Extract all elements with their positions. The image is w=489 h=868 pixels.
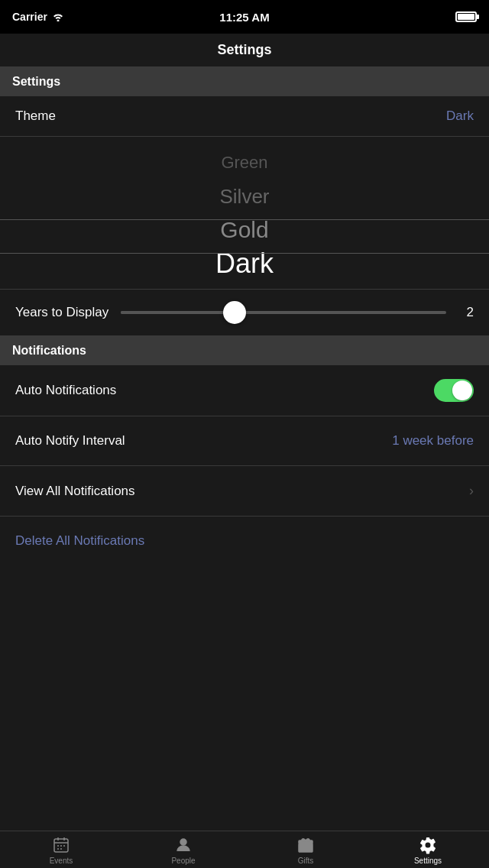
settings-tab-icon	[418, 835, 438, 855]
settings-section-header: Settings	[0, 67, 489, 96]
theme-value: Dark	[446, 108, 474, 124]
years-slider[interactable]	[121, 311, 446, 314]
auto-notify-interval-label: Auto Notify Interval	[15, 433, 125, 449]
picker-item-gold[interactable]: Gold	[220, 213, 268, 247]
delete-all-notifications-label: Delete All Notifications	[15, 533, 144, 548]
svg-point-9	[180, 839, 186, 845]
events-tab-icon	[51, 835, 71, 855]
picker-item-dark[interactable]: Dark	[215, 247, 274, 280]
years-label: Years to Display	[15, 305, 108, 320]
view-all-notifications-row[interactable]: View All Notifications ›	[0, 466, 489, 517]
years-value: 2	[458, 305, 474, 320]
auto-notifications-toggle[interactable]	[434, 379, 474, 402]
years-to-display-row: Years to Display 2	[0, 290, 489, 336]
gifts-tab-label: Gifts	[298, 857, 314, 865]
scroll-content: Settings Theme Dark Green Silver Gold Da…	[0, 67, 489, 831]
theme-row[interactable]: Theme Dark	[0, 96, 489, 137]
tab-people[interactable]: People	[122, 831, 244, 868]
wifi-icon	[52, 12, 64, 21]
slider-fill	[121, 311, 235, 314]
notifications-section-label: Notifications	[12, 344, 86, 358]
slider-thumb[interactable]	[223, 301, 246, 324]
status-bar: Carrier 11:25 AM	[0, 0, 489, 34]
notifications-section-header: Notifications	[0, 336, 489, 365]
chevron-right-icon: ›	[469, 483, 474, 499]
picker-separator-top	[0, 219, 489, 220]
auto-notifications-row: Auto Notifications	[0, 365, 489, 416]
tab-bar: Events People Gifts	[0, 831, 489, 868]
nav-title: Settings	[217, 42, 271, 58]
toggle-thumb	[452, 381, 472, 400]
nav-header: Settings	[0, 34, 489, 67]
settings-section-label: Settings	[12, 75, 60, 89]
delete-all-notifications-row[interactable]: Delete All Notifications	[0, 517, 489, 565]
auto-notify-interval-row[interactable]: Auto Notify Interval 1 week before	[0, 416, 489, 466]
settings-tab-label: Settings	[414, 857, 442, 865]
tab-settings[interactable]: Settings	[367, 831, 489, 868]
status-right	[455, 11, 477, 22]
auto-notifications-label: Auto Notifications	[15, 383, 116, 398]
people-tab-icon	[173, 835, 193, 855]
gifts-tab-icon	[296, 835, 316, 855]
carrier-label: Carrier	[12, 11, 47, 23]
tab-events[interactable]: Events	[0, 831, 122, 868]
picker-item-silver[interactable]: Silver	[219, 180, 269, 213]
status-left: Carrier	[12, 11, 64, 23]
theme-label: Theme	[15, 108, 56, 124]
tab-gifts[interactable]: Gifts	[244, 831, 367, 868]
battery-icon	[455, 11, 477, 22]
picker-items-container: Green Silver Gold Dark	[215, 146, 274, 280]
people-tab-label: People	[171, 857, 195, 865]
view-all-notifications-label: View All Notifications	[15, 484, 135, 499]
picker-separator-bottom	[0, 253, 489, 254]
theme-picker[interactable]: Green Silver Gold Dark	[0, 137, 489, 290]
status-time: 11:25 AM	[219, 11, 269, 24]
events-tab-label: Events	[50, 857, 73, 865]
auto-notify-interval-value: 1 week before	[392, 433, 474, 449]
picker-item-green[interactable]: Green	[221, 146, 267, 180]
